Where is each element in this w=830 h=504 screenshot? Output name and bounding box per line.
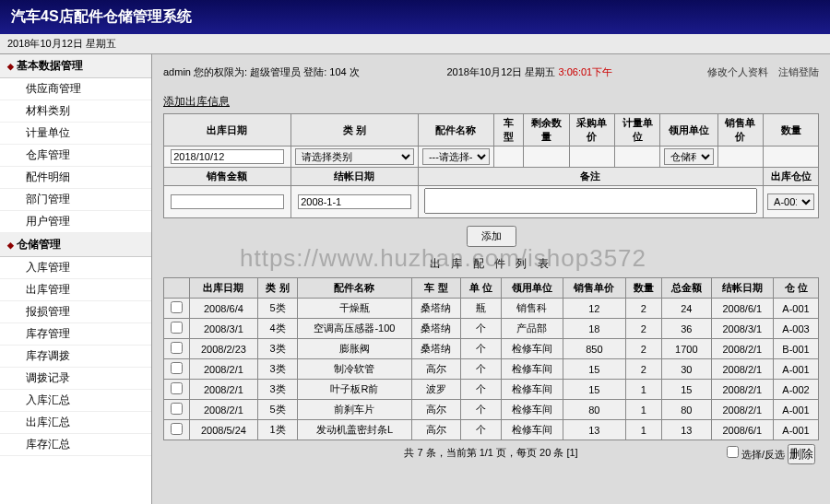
add-button[interactable]: 添加 xyxy=(467,226,516,247)
cell: 12 xyxy=(563,299,626,319)
cell: A-001 xyxy=(774,420,819,440)
main-content: admin 您的权限为: 超级管理员 登陆: 104 次 2018年10月12日… xyxy=(152,54,830,504)
cell: 2008/3/1 xyxy=(190,319,258,339)
sidebar: 基本数据管理 供应商管理材料类别计量单位仓库管理配件明细部门管理用户管理 仓储管… xyxy=(0,54,152,504)
nav-item[interactable]: 库存调拨 xyxy=(0,346,151,368)
column-header: 结帐日期 xyxy=(711,278,774,299)
nav-item[interactable]: 配件明细 xyxy=(0,167,151,189)
cell: 检修车间 xyxy=(501,400,563,420)
remark-textarea[interactable] xyxy=(424,188,758,214)
cell: 高尔 xyxy=(411,359,460,380)
cell: 2008/2/1 xyxy=(711,400,774,420)
nav-section-storage[interactable]: 仓储管理 xyxy=(0,233,151,257)
row-checkbox[interactable] xyxy=(171,322,183,334)
cell: 制冷软管 xyxy=(298,359,412,380)
cell: 2008/2/1 xyxy=(190,380,258,400)
select-all-checkbox[interactable] xyxy=(727,446,739,458)
nav-section-basic[interactable]: 基本数据管理 xyxy=(0,54,151,78)
cell: 5类 xyxy=(257,299,297,319)
nav-item[interactable]: 库存汇总 xyxy=(0,434,151,456)
cell: 空调高压感器-100 xyxy=(298,319,412,339)
column-header: 数量 xyxy=(625,278,661,299)
cell: 个 xyxy=(461,400,501,420)
column-header: 领用单位 xyxy=(501,278,563,299)
cell: 产品部 xyxy=(501,319,563,339)
cell: 个 xyxy=(461,420,501,440)
cell: 1 xyxy=(625,420,661,440)
nav-item[interactable]: 计量单位 xyxy=(0,123,151,145)
column-header: 总金额 xyxy=(662,278,711,299)
cell: 个 xyxy=(461,380,501,400)
nav-item[interactable]: 出库汇总 xyxy=(0,412,151,434)
cell: 1类 xyxy=(257,420,297,440)
delete-button[interactable]: 删除 xyxy=(788,444,815,464)
cell: 2008/2/1 xyxy=(711,339,774,359)
list-title: 出 库 配 件 列 表 xyxy=(163,251,819,277)
cell: 干燥瓶 xyxy=(298,299,412,319)
row-checkbox[interactable] xyxy=(171,382,183,394)
edit-profile-link[interactable]: 修改个人资料 xyxy=(707,66,768,77)
cell: 18 xyxy=(563,319,626,339)
cell: A-003 xyxy=(774,319,819,339)
nav-item[interactable]: 入库汇总 xyxy=(0,390,151,412)
nav-item[interactable]: 出库管理 xyxy=(0,279,151,301)
cell: 2008/2/1 xyxy=(711,359,774,380)
cell: 桑塔纳 xyxy=(411,319,460,339)
cell: 3类 xyxy=(257,380,297,400)
out-date-input[interactable] xyxy=(171,149,283,164)
cell: 1700 xyxy=(662,339,711,359)
cell: 发动机盖密封条L xyxy=(298,420,412,440)
cell: 高尔 xyxy=(411,420,460,440)
cell: 2008/5/24 xyxy=(190,420,258,440)
table-row: 2008/2/13类制冷软管高尔个检修车间152302008/2/1A-001 xyxy=(164,359,819,380)
nav-item[interactable]: 报损管理 xyxy=(0,301,151,323)
cell: 2 xyxy=(625,359,661,380)
book-date-input[interactable] xyxy=(298,194,410,209)
row-checkbox[interactable] xyxy=(171,342,183,354)
logout-link[interactable]: 注销登陆 xyxy=(778,66,819,77)
column-header xyxy=(164,278,190,299)
cell: A-001 xyxy=(774,299,819,319)
date-bar: 2018年10月12日 星期五 xyxy=(0,34,830,54)
cell: 2008/2/23 xyxy=(190,339,258,359)
cell: 3类 xyxy=(257,339,297,359)
nav-item[interactable]: 材料类别 xyxy=(0,100,151,123)
nav-item[interactable]: 库存管理 xyxy=(0,323,151,346)
nav-item[interactable]: 部门管理 xyxy=(0,189,151,211)
category-select[interactable]: 请选择类别 xyxy=(295,148,414,165)
row-checkbox[interactable] xyxy=(171,403,183,415)
row-checkbox[interactable] xyxy=(171,301,183,313)
cell: A-001 xyxy=(774,359,819,380)
cell: 15 xyxy=(563,380,626,400)
cell: 80 xyxy=(662,400,711,420)
cell: 销售科 xyxy=(501,299,563,319)
datetime-display: 2018年10月12日 星期五 3:06:01下午 xyxy=(446,65,612,79)
column-header: 出库日期 xyxy=(190,278,258,299)
cell: 波罗 xyxy=(411,380,460,400)
row-checkbox[interactable] xyxy=(171,423,183,435)
cell: 80 xyxy=(563,400,626,420)
cell: 检修车间 xyxy=(501,380,563,400)
nav-item[interactable]: 供应商管理 xyxy=(0,78,151,100)
nav-item[interactable]: 仓库管理 xyxy=(0,145,151,167)
cell: 5类 xyxy=(257,400,297,420)
cell: 2008/6/4 xyxy=(190,299,258,319)
location-select[interactable]: A-001 xyxy=(767,193,814,210)
nav-item[interactable]: 调拨记录 xyxy=(0,368,151,390)
column-header: 类 别 xyxy=(257,278,297,299)
cell: 检修车间 xyxy=(501,359,563,380)
nav-item[interactable]: 入库管理 xyxy=(0,257,151,279)
cell: 个 xyxy=(461,359,501,380)
table-row: 2008/5/241类发动机盖密封条L高尔个检修车间131132008/6/1A… xyxy=(164,420,819,440)
cell: 15 xyxy=(662,380,711,400)
table-row: 2008/3/14类空调高压感器-100桑塔纳个产品部182362008/3/1… xyxy=(164,319,819,339)
dept-select[interactable]: 仓储科 xyxy=(664,148,714,165)
part-name-select[interactable]: ---请选择--- xyxy=(422,148,490,165)
row-checkbox[interactable] xyxy=(171,362,183,374)
cell: 2 xyxy=(625,339,661,359)
nav-item[interactable]: 用户管理 xyxy=(0,211,151,233)
sale-amount-input[interactable] xyxy=(171,194,283,209)
add-form-table: 出库日期类 别配件名称 车 型剩余数量采购单价 计量单位领用单位销售单价数量 请… xyxy=(163,113,819,218)
cell: 850 xyxy=(563,339,626,359)
column-header: 配件名称 xyxy=(298,278,412,299)
